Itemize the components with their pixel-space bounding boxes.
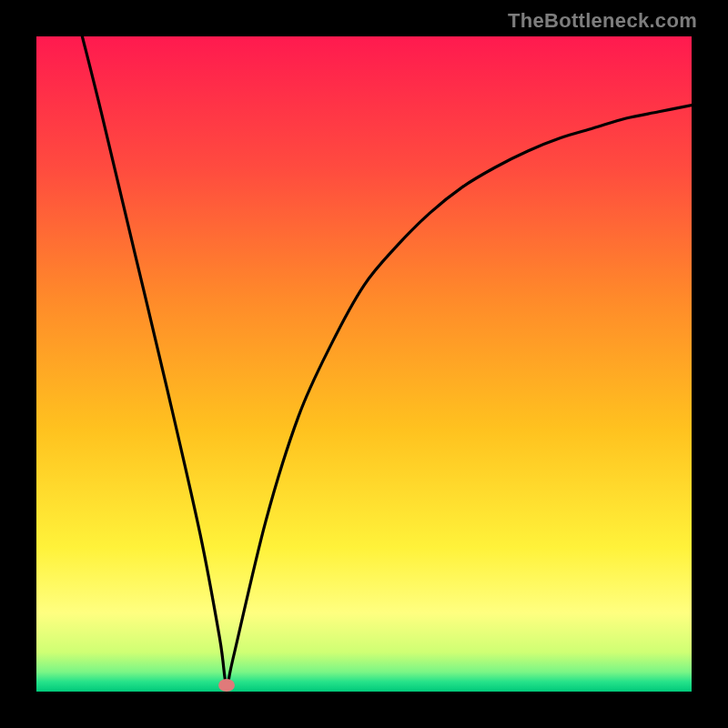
bottleneck-curve <box>82 36 692 686</box>
watermark-text: TheBottleneck.com <box>508 9 697 33</box>
curve-layer <box>36 36 692 692</box>
plot-area <box>36 36 692 692</box>
chart-frame: TheBottleneck.com <box>0 0 728 728</box>
minimum-marker <box>218 679 235 692</box>
